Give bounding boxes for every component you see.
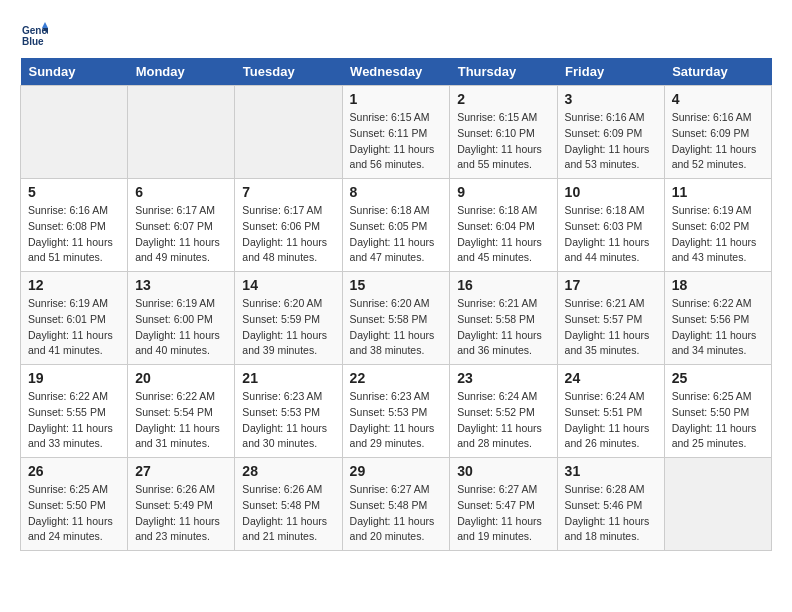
calendar-cell: 16Sunrise: 6:21 AM Sunset: 5:58 PM Dayli… — [450, 272, 557, 365]
day-info: Sunrise: 6:24 AM Sunset: 5:51 PM Dayligh… — [565, 389, 657, 452]
day-info: Sunrise: 6:28 AM Sunset: 5:46 PM Dayligh… — [565, 482, 657, 545]
day-number: 24 — [565, 370, 657, 386]
day-number: 10 — [565, 184, 657, 200]
calendar-cell: 15Sunrise: 6:20 AM Sunset: 5:58 PM Dayli… — [342, 272, 450, 365]
day-info: Sunrise: 6:22 AM Sunset: 5:54 PM Dayligh… — [135, 389, 227, 452]
day-number: 14 — [242, 277, 334, 293]
day-info: Sunrise: 6:21 AM Sunset: 5:57 PM Dayligh… — [565, 296, 657, 359]
day-number: 21 — [242, 370, 334, 386]
day-number: 27 — [135, 463, 227, 479]
calendar-cell — [21, 86, 128, 179]
day-info: Sunrise: 6:21 AM Sunset: 5:58 PM Dayligh… — [457, 296, 549, 359]
calendar-cell: 17Sunrise: 6:21 AM Sunset: 5:57 PM Dayli… — [557, 272, 664, 365]
calendar-body: 1Sunrise: 6:15 AM Sunset: 6:11 PM Daylig… — [21, 86, 772, 551]
day-number: 13 — [135, 277, 227, 293]
calendar-cell: 10Sunrise: 6:18 AM Sunset: 6:03 PM Dayli… — [557, 179, 664, 272]
calendar-cell: 12Sunrise: 6:19 AM Sunset: 6:01 PM Dayli… — [21, 272, 128, 365]
logo: General Blue — [20, 20, 52, 48]
day-number: 12 — [28, 277, 120, 293]
day-number: 18 — [672, 277, 764, 293]
day-number: 19 — [28, 370, 120, 386]
calendar-cell: 2Sunrise: 6:15 AM Sunset: 6:10 PM Daylig… — [450, 86, 557, 179]
day-number: 15 — [350, 277, 443, 293]
calendar-cell: 1Sunrise: 6:15 AM Sunset: 6:11 PM Daylig… — [342, 86, 450, 179]
calendar-header: SundayMondayTuesdayWednesdayThursdayFrid… — [21, 58, 772, 86]
weekday-thursday: Thursday — [450, 58, 557, 86]
day-info: Sunrise: 6:16 AM Sunset: 6:09 PM Dayligh… — [565, 110, 657, 173]
day-info: Sunrise: 6:16 AM Sunset: 6:09 PM Dayligh… — [672, 110, 764, 173]
week-row-5: 26Sunrise: 6:25 AM Sunset: 5:50 PM Dayli… — [21, 458, 772, 551]
weekday-sunday: Sunday — [21, 58, 128, 86]
day-number: 29 — [350, 463, 443, 479]
day-number: 8 — [350, 184, 443, 200]
day-number: 2 — [457, 91, 549, 107]
weekday-tuesday: Tuesday — [235, 58, 342, 86]
day-number: 30 — [457, 463, 549, 479]
calendar-cell: 3Sunrise: 6:16 AM Sunset: 6:09 PM Daylig… — [557, 86, 664, 179]
day-info: Sunrise: 6:23 AM Sunset: 5:53 PM Dayligh… — [242, 389, 334, 452]
week-row-4: 19Sunrise: 6:22 AM Sunset: 5:55 PM Dayli… — [21, 365, 772, 458]
day-info: Sunrise: 6:20 AM Sunset: 5:58 PM Dayligh… — [350, 296, 443, 359]
day-info: Sunrise: 6:25 AM Sunset: 5:50 PM Dayligh… — [672, 389, 764, 452]
day-info: Sunrise: 6:15 AM Sunset: 6:11 PM Dayligh… — [350, 110, 443, 173]
day-number: 28 — [242, 463, 334, 479]
day-number: 11 — [672, 184, 764, 200]
calendar-cell: 24Sunrise: 6:24 AM Sunset: 5:51 PM Dayli… — [557, 365, 664, 458]
day-number: 26 — [28, 463, 120, 479]
calendar-cell: 4Sunrise: 6:16 AM Sunset: 6:09 PM Daylig… — [664, 86, 771, 179]
day-info: Sunrise: 6:27 AM Sunset: 5:48 PM Dayligh… — [350, 482, 443, 545]
weekday-friday: Friday — [557, 58, 664, 86]
day-info: Sunrise: 6:23 AM Sunset: 5:53 PM Dayligh… — [350, 389, 443, 452]
day-info: Sunrise: 6:26 AM Sunset: 5:48 PM Dayligh… — [242, 482, 334, 545]
weekday-wednesday: Wednesday — [342, 58, 450, 86]
day-info: Sunrise: 6:18 AM Sunset: 6:05 PM Dayligh… — [350, 203, 443, 266]
calendar-table: SundayMondayTuesdayWednesdayThursdayFrid… — [20, 58, 772, 551]
calendar-cell: 9Sunrise: 6:18 AM Sunset: 6:04 PM Daylig… — [450, 179, 557, 272]
day-number: 25 — [672, 370, 764, 386]
calendar-cell: 8Sunrise: 6:18 AM Sunset: 6:05 PM Daylig… — [342, 179, 450, 272]
header: General Blue — [20, 20, 772, 48]
day-info: Sunrise: 6:24 AM Sunset: 5:52 PM Dayligh… — [457, 389, 549, 452]
day-info: Sunrise: 6:19 AM Sunset: 6:00 PM Dayligh… — [135, 296, 227, 359]
calendar-cell: 30Sunrise: 6:27 AM Sunset: 5:47 PM Dayli… — [450, 458, 557, 551]
calendar-cell — [128, 86, 235, 179]
week-row-1: 1Sunrise: 6:15 AM Sunset: 6:11 PM Daylig… — [21, 86, 772, 179]
day-info: Sunrise: 6:19 AM Sunset: 6:02 PM Dayligh… — [672, 203, 764, 266]
day-number: 4 — [672, 91, 764, 107]
calendar-cell: 27Sunrise: 6:26 AM Sunset: 5:49 PM Dayli… — [128, 458, 235, 551]
day-info: Sunrise: 6:17 AM Sunset: 6:06 PM Dayligh… — [242, 203, 334, 266]
calendar-cell: 25Sunrise: 6:25 AM Sunset: 5:50 PM Dayli… — [664, 365, 771, 458]
day-number: 31 — [565, 463, 657, 479]
day-info: Sunrise: 6:16 AM Sunset: 6:08 PM Dayligh… — [28, 203, 120, 266]
weekday-header-row: SundayMondayTuesdayWednesdayThursdayFrid… — [21, 58, 772, 86]
calendar-cell: 19Sunrise: 6:22 AM Sunset: 5:55 PM Dayli… — [21, 365, 128, 458]
calendar-cell — [235, 86, 342, 179]
day-info: Sunrise: 6:22 AM Sunset: 5:56 PM Dayligh… — [672, 296, 764, 359]
day-info: Sunrise: 6:17 AM Sunset: 6:07 PM Dayligh… — [135, 203, 227, 266]
day-info: Sunrise: 6:26 AM Sunset: 5:49 PM Dayligh… — [135, 482, 227, 545]
day-number: 1 — [350, 91, 443, 107]
day-info: Sunrise: 6:20 AM Sunset: 5:59 PM Dayligh… — [242, 296, 334, 359]
calendar-cell: 7Sunrise: 6:17 AM Sunset: 6:06 PM Daylig… — [235, 179, 342, 272]
calendar-cell: 28Sunrise: 6:26 AM Sunset: 5:48 PM Dayli… — [235, 458, 342, 551]
calendar-cell: 13Sunrise: 6:19 AM Sunset: 6:00 PM Dayli… — [128, 272, 235, 365]
day-info: Sunrise: 6:15 AM Sunset: 6:10 PM Dayligh… — [457, 110, 549, 173]
day-number: 16 — [457, 277, 549, 293]
day-number: 6 — [135, 184, 227, 200]
week-row-2: 5Sunrise: 6:16 AM Sunset: 6:08 PM Daylig… — [21, 179, 772, 272]
day-info: Sunrise: 6:19 AM Sunset: 6:01 PM Dayligh… — [28, 296, 120, 359]
calendar-cell: 22Sunrise: 6:23 AM Sunset: 5:53 PM Dayli… — [342, 365, 450, 458]
day-number: 3 — [565, 91, 657, 107]
day-number: 20 — [135, 370, 227, 386]
weekday-saturday: Saturday — [664, 58, 771, 86]
day-number: 22 — [350, 370, 443, 386]
calendar-cell: 11Sunrise: 6:19 AM Sunset: 6:02 PM Dayli… — [664, 179, 771, 272]
day-number: 23 — [457, 370, 549, 386]
calendar-cell: 26Sunrise: 6:25 AM Sunset: 5:50 PM Dayli… — [21, 458, 128, 551]
calendar-cell: 21Sunrise: 6:23 AM Sunset: 5:53 PM Dayli… — [235, 365, 342, 458]
calendar-cell: 18Sunrise: 6:22 AM Sunset: 5:56 PM Dayli… — [664, 272, 771, 365]
day-info: Sunrise: 6:25 AM Sunset: 5:50 PM Dayligh… — [28, 482, 120, 545]
week-row-3: 12Sunrise: 6:19 AM Sunset: 6:01 PM Dayli… — [21, 272, 772, 365]
svg-text:Blue: Blue — [22, 36, 44, 47]
weekday-monday: Monday — [128, 58, 235, 86]
